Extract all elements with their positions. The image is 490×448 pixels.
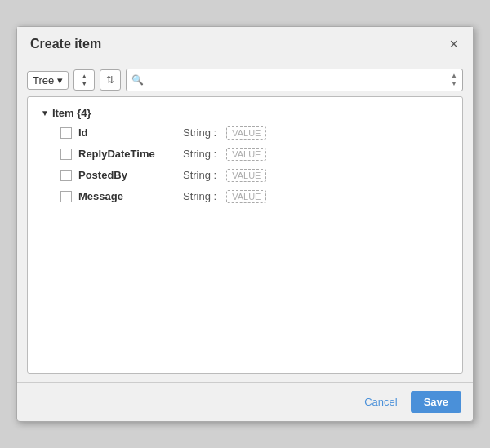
- save-button[interactable]: Save: [411, 391, 461, 413]
- tree-toggle-icon[interactable]: ▼: [41, 109, 49, 118]
- sort-desc-button[interactable]: ⇅: [100, 69, 121, 91]
- down-arrow-icon: ▼: [81, 81, 87, 87]
- field-value-id[interactable]: VALUE: [226, 126, 266, 140]
- table-row: PostedBy String : VALUE: [28, 165, 462, 186]
- dropdown-arrow-icon: ▾: [57, 74, 63, 86]
- dialog-footer: Cancel Save: [17, 382, 473, 421]
- search-nav-arrows: ▲ ▼: [451, 72, 457, 87]
- field-checkbox-id[interactable]: [60, 127, 72, 139]
- tree-dropdown-label: Tree: [33, 74, 54, 86]
- field-name-replydatetime: ReplyDateTime: [78, 148, 176, 160]
- dialog-header: Create item ×: [17, 27, 473, 60]
- toolbar: Tree ▾ ▲ ▼ ⇅ 🔍 ▲ ▼: [27, 69, 463, 91]
- table-row: Id String : VALUE: [28, 122, 462, 144]
- search-icon: 🔍: [131, 74, 144, 86]
- dialog-title: Create item: [30, 37, 101, 51]
- tree-root-label: Item {4}: [52, 107, 91, 119]
- sort-asc-button[interactable]: ▲ ▼: [74, 69, 95, 91]
- close-button[interactable]: ×: [448, 37, 460, 51]
- field-value-postedby[interactable]: VALUE: [226, 169, 266, 182]
- field-value-replydatetime[interactable]: VALUE: [226, 148, 266, 161]
- field-value-message[interactable]: VALUE: [226, 190, 266, 203]
- cancel-button[interactable]: Cancel: [358, 393, 403, 411]
- search-box: 🔍 ▲ ▼: [126, 69, 463, 91]
- field-type-replydatetime: String :: [183, 148, 216, 160]
- table-row: ReplyDateTime String : VALUE: [28, 144, 462, 165]
- field-name-id: Id: [78, 126, 176, 139]
- field-type-postedby: String :: [183, 169, 216, 181]
- search-down-icon[interactable]: ▼: [451, 80, 457, 88]
- field-name-postedby: PostedBy: [78, 169, 176, 181]
- field-type-message: String :: [183, 190, 216, 202]
- field-name-message: Message: [78, 190, 176, 202]
- dialog-body: Tree ▾ ▲ ▼ ⇅ 🔍 ▲ ▼ ▼ Item {4}: [17, 60, 473, 381]
- tree-root: ▼ Item {4}: [28, 104, 462, 122]
- search-input[interactable]: [147, 74, 448, 86]
- field-type-id: String :: [183, 126, 216, 139]
- sort-icon: ⇅: [106, 74, 114, 86]
- field-checkbox-replydatetime[interactable]: [60, 149, 72, 160]
- field-checkbox-postedby[interactable]: [60, 170, 72, 181]
- tree-dropdown[interactable]: Tree ▾: [27, 71, 69, 90]
- create-item-dialog: Create item × Tree ▾ ▲ ▼ ⇅ 🔍 ▲ ▼: [16, 26, 474, 421]
- tree-panel: ▼ Item {4} Id String : VALUE ReplyDateTi…: [27, 96, 463, 374]
- table-row: Message String : VALUE: [28, 186, 462, 207]
- search-up-icon[interactable]: ▲: [451, 72, 457, 80]
- up-arrow-icon: ▲: [81, 73, 87, 80]
- field-checkbox-message[interactable]: [60, 191, 72, 202]
